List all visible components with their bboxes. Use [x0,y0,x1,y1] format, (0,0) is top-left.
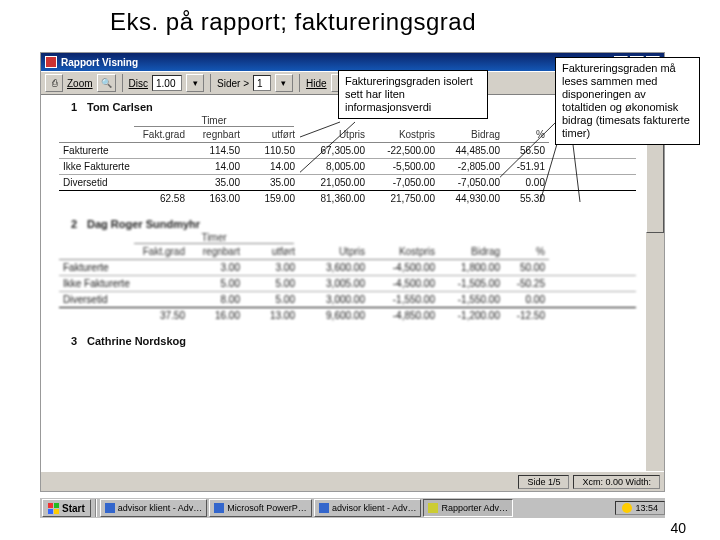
column-names-1: Fakt.gradregnbartutførtUtprisKostprisBid… [59,127,636,143]
status-coords: Xcm: 0.00 Width: [573,475,660,489]
task-icon [105,503,115,513]
tray-icon [622,503,632,513]
disc-label: Disc [129,78,148,89]
table-row: Ikke Fakturerte5.005.003,005.00-4,500.00… [59,275,636,291]
slide-title: Eks. på rapport; faktureringsgrad [0,0,720,36]
task-icon [319,503,329,513]
titlebar-text: Rapport Visning [61,57,138,68]
hide-label[interactable]: Hide [306,78,327,89]
windows-logo-icon [48,503,59,514]
zoom-in-button[interactable]: 🔍 [97,74,116,92]
callout-1: Faktureringsgraden isolert sett har lite… [338,70,488,119]
system-tray[interactable]: 13:54 [615,501,665,515]
report-body: 1Tom Carlsen Timer Fakt.gradregnbartutfø… [41,95,646,471]
taskbar-task[interactable]: advisor klient - Adv… [314,499,422,517]
status-pages: Side 1/5 [518,475,569,489]
employee-3-header: 3Cathrine Nordskog [51,333,636,349]
employee-2-header: 2Dag Roger Sundmyhr [51,216,636,232]
statusbar: Side 1/5 Xcm: 0.00 Width: [41,471,664,491]
taskbar: Start advisor klient - Adv…Microsoft Pow… [40,496,665,518]
sider-label: Sider > [217,78,249,89]
employee-1-total: 62.58163.00159.0081,360.0021,750.0044,93… [59,190,636,206]
tool-first-icon[interactable]: ⎙ [45,74,63,92]
sider-spin-button[interactable]: ▾ [275,74,293,92]
start-button[interactable]: Start [42,499,91,517]
zoom-label: Zoom [67,78,93,89]
disc-spin-button[interactable]: ▾ [186,74,204,92]
vertical-scrollbar[interactable]: ▲ [646,95,664,471]
column-names-2: Fakt.gradregnbartutførtUtprisKostprisBid… [59,244,636,260]
employee-2-total: 37.5016.0013.009,600.00-4,850.00-1,200.0… [59,307,636,323]
table-row: Fakturerte114.50110.5067,305.00-22,500.0… [59,143,636,158]
table-row: Diversetid35.0035.0021,050.00-7,050.00-7… [59,174,636,190]
table-row: Fakturerte3.003.003,600.00-4,500.001,800… [59,260,636,275]
sider-field[interactable]: 1 [253,75,271,91]
clock: 13:54 [635,503,658,513]
taskbar-task[interactable]: advisor klient - Adv… [100,499,208,517]
app-icon [45,56,57,68]
disc-field[interactable]: 1.00 [152,75,182,91]
table-row: Diversetid8.005.003,000.00-1,550.00-1,55… [59,291,636,307]
slide-number: 40 [670,520,686,536]
taskbar-task[interactable]: Microsoft PowerP… [209,499,312,517]
column-header-2: Timer [59,232,636,244]
callout-2: Faktureringsgraden må leses sammen med d… [555,57,700,145]
table-row: Ikke Fakturerte14.0014.008,005.00-5,500.… [59,158,636,174]
task-icon [214,503,224,513]
taskbar-task[interactable]: Rapporter Adv… [423,499,513,517]
task-icon [428,503,438,513]
